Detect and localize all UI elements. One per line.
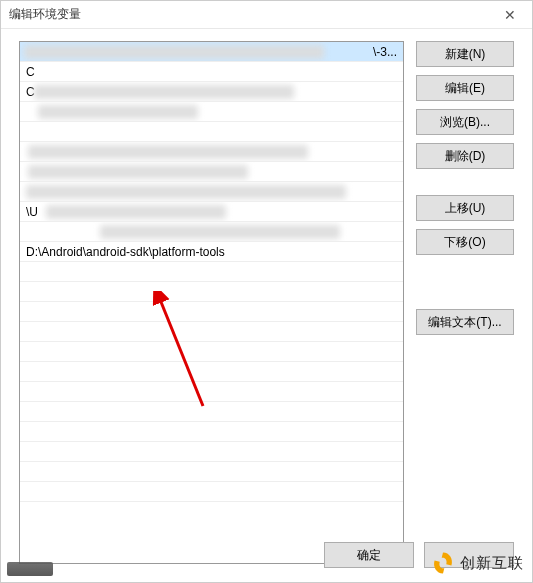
spacer [416, 263, 514, 309]
list-item[interactable] [20, 122, 403, 142]
list-item-text: \U [26, 205, 38, 219]
list-item[interactable] [20, 362, 403, 382]
close-icon: ✕ [504, 7, 516, 23]
ok-button[interactable]: 确定 [324, 542, 414, 568]
list-item[interactable] [20, 442, 403, 462]
list-item[interactable] [20, 142, 403, 162]
redacted-segment [24, 45, 324, 59]
list-item[interactable] [20, 322, 403, 342]
move-up-button[interactable]: 上移(U) [416, 195, 514, 221]
side-button-column: 新建(N) 编辑(E) 浏览(B)... 删除(D) 上移(U) 下移(O) 编… [416, 41, 514, 564]
list-item[interactable] [20, 482, 403, 502]
footer-buttons: 确定 [324, 542, 514, 568]
path-listbox[interactable]: \-3...CC \UD:\Android\android-sdk\platfo… [19, 41, 404, 564]
list-item[interactable] [20, 342, 403, 362]
new-button[interactable]: 新建(N) [416, 41, 514, 67]
list-item-text: C [26, 65, 35, 79]
list-item-suffix: \-3... [373, 42, 397, 62]
redacted-segment [100, 225, 340, 239]
edit-text-button[interactable]: 编辑文本(T)... [416, 309, 514, 335]
redacted-segment [34, 85, 294, 99]
taskbar-thumbnail [7, 562, 53, 576]
spacer [416, 177, 514, 195]
list-item[interactable] [20, 302, 403, 322]
edit-env-var-dialog: 编辑环境变量 ✕ \-3...CC \UD:\Android\android-s… [0, 0, 533, 583]
list-item[interactable] [20, 182, 403, 202]
delete-button[interactable]: 删除(D) [416, 143, 514, 169]
list-item[interactable] [20, 222, 403, 242]
dialog-title: 编辑环境变量 [9, 6, 81, 23]
list-item[interactable]: \-3... [20, 42, 403, 62]
list-item[interactable] [20, 262, 403, 282]
redacted-segment [28, 145, 308, 159]
list-item[interactable] [20, 162, 403, 182]
list-item[interactable] [20, 282, 403, 302]
edit-button[interactable]: 编辑(E) [416, 75, 514, 101]
list-item[interactable]: \U [20, 202, 403, 222]
move-down-button[interactable]: 下移(O) [416, 229, 514, 255]
close-button[interactable]: ✕ [496, 5, 524, 25]
list-item[interactable]: D:\Android\android-sdk\platform-tools [20, 242, 403, 262]
titlebar: 编辑环境变量 ✕ [1, 1, 532, 29]
list-item[interactable]: C [20, 82, 403, 102]
redacted-segment [38, 105, 198, 119]
list-item[interactable] [20, 422, 403, 442]
list-item[interactable] [20, 382, 403, 402]
list-item[interactable] [20, 402, 403, 422]
dialog-content: \-3...CC \UD:\Android\android-sdk\platfo… [19, 41, 514, 564]
cancel-button[interactable] [424, 542, 514, 568]
list-item[interactable] [20, 102, 403, 122]
redacted-segment [46, 205, 226, 219]
redacted-segment [28, 165, 248, 179]
redacted-segment [26, 185, 346, 199]
list-item-text: D:\Android\android-sdk\platform-tools [26, 245, 225, 259]
list-item[interactable]: C [20, 62, 403, 82]
browse-button[interactable]: 浏览(B)... [416, 109, 514, 135]
list-item[interactable] [20, 462, 403, 482]
